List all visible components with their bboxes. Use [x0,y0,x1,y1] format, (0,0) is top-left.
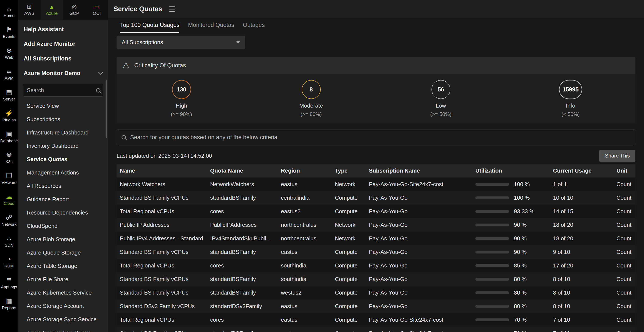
sidebar-item[interactable]: Infrastructure Dashboard [18,126,108,139]
sidebar-item[interactable]: Azure Kubernetes Service [18,286,108,299]
sidebar-search-input[interactable] [27,87,96,94]
criticality-stat[interactable]: 15995 Info (< 50%) [506,80,636,117]
sidebar-item[interactable]: Inventory Dashboard [18,139,108,152]
share-this-button[interactable]: Share This [599,150,636,162]
sidebar-item[interactable]: Resource Dependencies [18,206,108,219]
quota-search-input[interactable] [130,134,630,141]
cell-name: Standard BS Family vCPUs [116,272,207,286]
rail-item[interactable]: ⌂ Home [0,1,18,22]
column-header[interactable]: Region [278,164,332,178]
sidebar-item[interactable]: Azure Storage Sync Service [18,313,108,326]
cell-type: Compute [332,191,366,204]
rail-item[interactable]: ⚡ Plugins [0,106,18,126]
table-row[interactable]: Total Regional vCPUs cores eastus Comput… [116,313,636,326]
column-header[interactable]: Unit [613,164,636,178]
table-row[interactable]: Standard DSv3 Family vCPUs standardDSv3F… [116,300,636,313]
sidebar-item[interactable]: Guidance Report [18,192,108,206]
sidebar-top-item[interactable]: Add Azure Monitor [18,36,108,51]
criticality-stat[interactable]: 56 Low (>= 50%) [376,80,506,117]
cell-quota-name: standardBSFamily [207,326,278,332]
column-header[interactable]: Utilization [472,164,550,178]
sidebar-item[interactable]: Management Actions [18,166,108,179]
rail-item[interactable]: ▣ Database [0,126,18,148]
utilization-bar-track [475,278,509,280]
table-row[interactable]: Standard BS Family vCPUs standardBSFamil… [116,245,636,259]
rail-item[interactable]: ☸ K8s [0,148,18,168]
menu-icon[interactable] [168,6,176,12]
tab[interactable]: Top 100 Quota Usages [120,22,180,33]
sidebar-item-label: CloudSpend [27,223,58,229]
cell-current-usage: 10 of 10 [550,191,613,204]
sidebar-top-item[interactable]: Help Assistant [18,22,108,36]
sidebar-top-item[interactable]: All Subscriptions [18,51,108,66]
provider-tab[interactable]: ▭ OCI [86,0,108,20]
cell-subscription: Pay-As-You-Go [366,272,472,286]
column-header[interactable]: Type [332,164,366,178]
rail-item-label: RUM [4,264,14,268]
table-row[interactable]: Standard BS Family vCPUs standardBSFamil… [116,272,636,286]
web-icon: ⊕ [6,47,12,54]
sidebar-scrollbar[interactable] [106,80,107,138]
sidebar-item[interactable]: Service View [18,99,108,112]
rail-item[interactable]: ≣ AppLogs [0,272,18,294]
rail-item[interactable]: ∞ APM [0,64,18,85]
sidebar-item-label: Azure Service Bus Queue [27,330,91,332]
table-row[interactable]: Standard BS Family vCPUs standardBSFamil… [116,326,636,332]
table-row[interactable]: Public IP Addresses PublicIPAddresses no… [116,218,636,232]
provider-tab[interactable]: ⊞ AWS [18,0,41,20]
column-header[interactable]: Current Usage [550,164,613,178]
cell-subscription: Pay-As-You-Go [366,191,472,204]
cell-current-usage: 9 of 10 [550,245,613,259]
sidebar-item[interactable]: Azure Storage Account [18,299,108,313]
table-row[interactable]: Network Watchers NetworkWatchers eastus … [116,178,636,191]
sidebar-item[interactable]: Azure File Share [18,272,108,286]
quota-table-body: Network Watchers NetworkWatchers eastus … [116,178,636,332]
sidebar-item[interactable]: Azure Service Bus Queue [18,326,108,332]
last-updated-text: Last updated on 2025-03-14T14:52:00 [116,152,212,159]
rail-item[interactable]: ▤ Server [0,85,18,106]
stat-range: (>= 50%) [430,111,452,117]
provider-tab[interactable]: ◎ GCP [63,0,86,20]
sidebar-item[interactable]: Subscriptions [18,112,108,126]
cell-unit: Count [613,204,636,218]
column-header[interactable]: Name [116,164,207,178]
rail-item[interactable]: ◔ RUM [0,252,18,272]
sidebar-item[interactable]: CloudSpend [18,219,108,232]
rail-item[interactable]: ☍ Network [0,210,18,231]
cell-type: Network [332,178,366,191]
tab[interactable]: Monitored Quotas [188,22,234,33]
sidebar-search [23,84,103,96]
sidebar-item[interactable]: Azure Blob Storage [18,232,108,246]
sidebar-item[interactable]: Azure Queue Storage [18,246,108,259]
table-row[interactable]: Standard BS Family vCPUs standardBSFamil… [116,286,636,300]
monitor-account-selector[interactable]: Azure Monitor Demo [18,66,108,80]
warning-icon: ⚠ [122,62,130,69]
rail-item[interactable]: ∴ SDN [0,231,18,252]
column-header[interactable]: Subscription Name [366,164,472,178]
criticality-stat[interactable]: 130 High (>= 90%) [116,80,246,117]
table-row[interactable]: Total Regional vCPUs cores southindia Co… [116,259,636,272]
criticality-stat[interactable]: 8 Moderate (>= 80%) [246,80,376,117]
cell-type: Network [332,232,366,245]
cell-utilization: 100 % [472,191,550,204]
subscriptions-dropdown[interactable]: All Subscriptions [116,36,245,49]
sidebar-item[interactable]: All Resources [18,179,108,192]
rail-item[interactable]: ⚑ Events [0,22,18,43]
provider-tab[interactable]: ▲ Azure [41,0,63,20]
table-row[interactable]: Total Regional vCPUs cores eastus2 Compu… [116,204,636,218]
stat-value: 130 [176,86,186,93]
rail-item[interactable]: ⊕ Web [0,43,18,64]
table-row[interactable]: Public IPv4 Addresses - Standard IPv4Sta… [116,232,636,245]
cell-current-usage: 14 of 15 [550,204,613,218]
table-row[interactable]: Standard BS Family vCPUs standardBSFamil… [116,191,636,204]
cell-type: Compute [332,326,366,332]
cell-current-usage: 1 of 1 [550,178,613,191]
tab[interactable]: Outages [243,22,265,33]
rail-item[interactable]: ❐ VMware [0,168,18,189]
sidebar-item[interactable]: Azure Table Storage [18,259,108,272]
rail-item[interactable]: ▦ Reports [0,294,18,314]
column-header[interactable]: Quota Name [207,164,278,178]
sidebar-item[interactable]: Service Quotas [18,152,108,166]
rail-item[interactable]: ☁ Cloud [0,189,18,210]
criticality-title: Criticality Of Quotas [134,62,186,69]
